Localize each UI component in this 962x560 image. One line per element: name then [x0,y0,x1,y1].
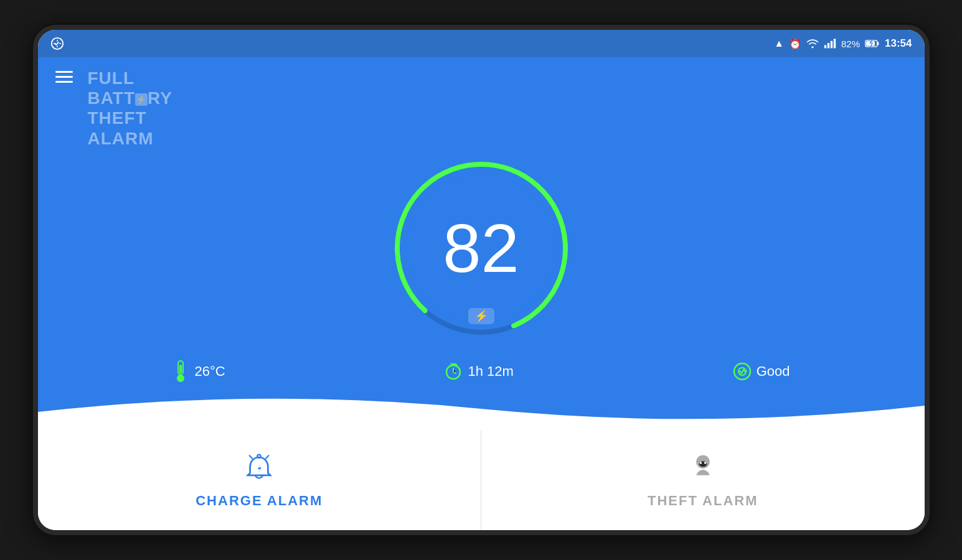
app-title-line2: BATT⚡RY [88,88,172,108]
charge-alarm-icon [242,452,276,485]
svg-line-17 [266,455,269,459]
timer-icon [444,362,463,381]
hamburger-line-3 [55,81,73,83]
battery-gauge-container: 82 ⚡ [38,142,925,355]
battery-gauge: 82 ⚡ [388,155,575,342]
charging-icon: ⚡ [474,310,488,322]
svg-rect-6 [877,42,879,45]
charging-badge: ⚡ [468,308,494,324]
svg-line-16 [250,455,253,459]
status-time: 13:54 [885,37,912,50]
theft-alarm-label: THEFT ALARM [648,493,758,509]
signal-icon [824,39,836,49]
theft-alarm-button[interactable]: THEFT ALARM [481,431,925,530]
health-value: Good [757,363,790,380]
wifi-icon [806,39,819,49]
temperature-value: 26°C [194,363,225,380]
wave-svg [38,387,925,431]
svg-rect-3 [831,41,832,49]
device-frame: ▲ ⏰ 82% [33,25,930,535]
blue-area: FULL BATT⚡RY THEFT ALARM [38,57,925,431]
app-title: FULL BATT⚡RY THEFT ALARM [88,68,172,149]
status-bar-right: ▲ ⏰ 82% [774,37,912,50]
hamburger-line-2 [55,76,73,78]
battery-icon [865,39,880,49]
hamburger-line-1 [55,71,73,73]
svg-point-15 [258,455,261,458]
battery-level-number: 82 [443,214,519,282]
temperature-stat: 26°C [172,360,225,383]
status-bar: ▲ ⏰ 82% [38,30,925,57]
bottom-area: CHARGE ALARM THEFT ALAR [38,431,925,530]
wave-container [38,387,925,431]
app-title-line3: THEFT [88,108,172,128]
health-stat: Good [733,362,790,381]
charge-alarm-button[interactable]: CHARGE ALARM [38,431,482,530]
bluetooth-icon: ▲ [774,38,784,49]
hamburger-button[interactable] [53,68,75,85]
status-bar-left [50,37,64,50]
battery-percentage: 82% [841,39,860,49]
gauge-inner-circle: 82 [407,174,556,323]
bottom-buttons: CHARGE ALARM THEFT ALAR [38,431,925,530]
svg-point-20 [699,462,702,464]
svg-rect-4 [834,39,836,49]
svg-point-21 [704,462,707,464]
svg-rect-1 [824,45,826,49]
theft-alarm-icon [686,452,720,485]
health-icon [733,362,752,381]
svg-point-12 [177,375,184,382]
svg-rect-2 [828,43,829,48]
thermometer-icon [172,360,189,383]
device-screen: ▲ ⏰ 82% [38,30,925,530]
svg-rect-11 [179,365,182,373]
charge-alarm-label: CHARGE ALARM [196,493,323,509]
charging-time-stat: 1h 12m [444,362,513,381]
charging-time-value: 1h 12m [468,363,513,380]
app-title-line1: FULL [88,68,172,88]
alarm-clock-icon: ⏰ [789,38,801,50]
app-notification-icon [50,37,64,50]
top-row: FULL BATT⚡RY THEFT ALARM [38,57,925,149]
